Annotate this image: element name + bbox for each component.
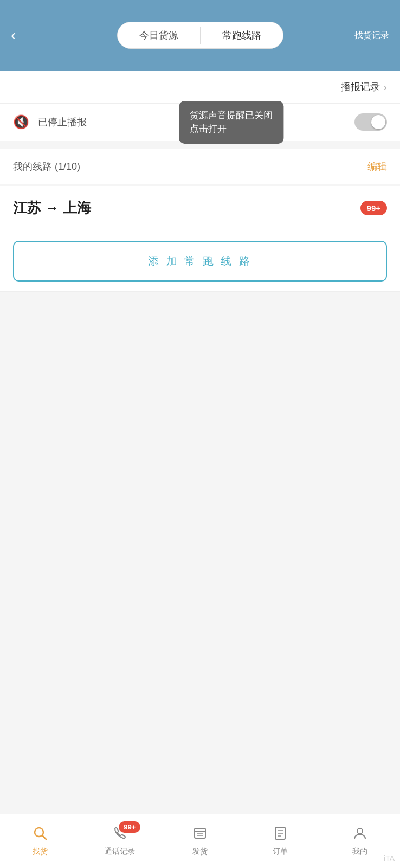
header: ‹ 今日货源 常跑线路 找货记录 [0,0,400,71]
user-icon [352,826,367,845]
nav-label-orders: 订单 [273,847,288,857]
mute-icon: 🔇 [13,114,29,130]
route-item[interactable]: 江苏 → 上海 99+ [0,186,400,231]
broadcast-record-bar[interactable]: 播报记录 › [0,71,400,104]
nav-label-mine: 我的 [352,847,367,857]
calls-badge: 99+ [119,821,140,833]
route-from: 江苏 [13,200,41,216]
broadcast-record-arrow: › [383,81,387,93]
orders-icon [273,826,288,845]
mute-row: 🔇 已停止播报 货源声音提醒已关闭 点击打开 [0,104,400,141]
routes-header: 我的线路 (1/10) 编辑 [0,149,400,184]
tab-today[interactable]: 今日货源 [118,22,200,48]
find-record-link[interactable]: 找货记录 [354,30,389,41]
search-icon [33,826,48,845]
tab-regular[interactable]: 常跑线路 [201,22,283,48]
nav-label-calls: 通话记录 [105,847,135,857]
mute-text: 已停止播报 [38,116,87,129]
tooltip-line2: 点击打开 [190,122,273,136]
route-arrow: → [45,200,63,216]
nav-item-search[interactable]: 找货 [0,821,80,861]
ship-icon [192,826,208,845]
bottom-nav: 找货 99+ 通话记录 发货 [0,814,400,868]
tooltip-line1: 货源声音提醒已关闭 [190,108,273,123]
svg-line-1 [42,835,46,839]
header-tabs: 今日货源 常跑线路 [117,22,283,49]
nav-item-orders[interactable]: 订单 [240,821,320,861]
routes-title: 我的线路 (1/10) [13,160,80,173]
route-to: 上海 [63,200,91,216]
route-badge: 99+ [360,201,387,215]
sound-toggle[interactable] [354,113,387,131]
watermark: iTA [384,854,395,863]
nav-item-calls[interactable]: 99+ 通话记录 [80,821,160,861]
nav-item-ship[interactable]: 发货 [160,821,240,861]
add-route-container: 添 加 常 跑 线 路 [0,231,400,292]
content-area [0,292,400,737]
add-route-button[interactable]: 添 加 常 跑 线 路 [13,241,387,282]
sound-toggle-wrapper [354,113,387,131]
nav-label-ship: 发货 [192,847,208,857]
routes-edit-button[interactable]: 编辑 [367,160,387,173]
tooltip-box: 货源声音提醒已关闭 点击打开 [179,101,283,144]
svg-point-10 [357,828,363,834]
back-button[interactable]: ‹ [11,27,16,44]
route-name: 江苏 → 上海 [13,199,91,218]
nav-label-search: 找货 [33,847,48,857]
broadcast-record-label: 播报记录 [341,80,380,93]
